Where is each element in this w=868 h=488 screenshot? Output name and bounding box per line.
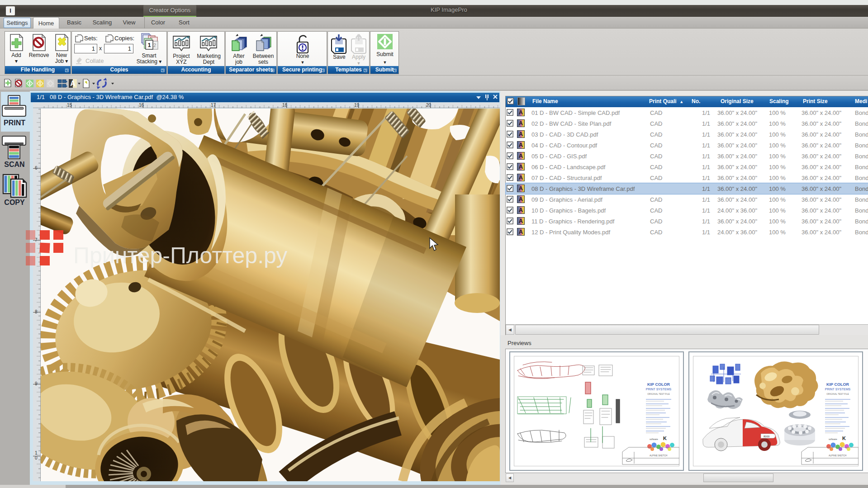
svg-text:A: A <box>70 80 76 87</box>
svg-text:software: software <box>829 438 837 441</box>
svg-text:A: A <box>519 207 523 213</box>
svg-text:ALPINE SKETCH: ALPINE SKETCH <box>650 454 668 457</box>
svg-text:A: A <box>519 228 523 235</box>
svg-text:A: A <box>519 142 523 148</box>
svg-text:PRINT SYSTEMS: PRINT SYSTEMS <box>646 388 672 391</box>
svg-text:A: A <box>519 152 523 159</box>
svg-text:KIP COLOR: KIP COLOR <box>826 382 849 387</box>
svg-text:A: A <box>519 131 523 137</box>
svg-text:PRINT: PRINT <box>4 119 25 127</box>
svg-text:1: 1 <box>147 42 151 48</box>
svg-text:K: K <box>663 436 667 441</box>
svg-text:9: 9 <box>35 381 38 386</box>
svg-text:A: A <box>519 196 523 203</box>
svg-text:COPY: COPY <box>4 199 25 206</box>
svg-text:A: A <box>519 174 523 181</box>
svg-text:software: software <box>650 438 658 441</box>
svg-text:8: 8 <box>35 309 38 314</box>
svg-text:1: 1 <box>35 450 38 455</box>
svg-text:SCAN: SCAN <box>4 161 24 168</box>
svg-text:A: A <box>519 109 523 116</box>
svg-text:A: A <box>519 218 523 224</box>
svg-text:ORIGINAL TEST FILE: ORIGINAL TEST FILE <box>647 393 670 395</box>
svg-text:PRINT SYSTEMS: PRINT SYSTEMS <box>825 388 851 391</box>
svg-text:8000: 8000 <box>764 435 770 438</box>
svg-text:KIP COLOR: KIP COLOR <box>647 382 670 387</box>
svg-text:A: A <box>519 185 523 192</box>
svg-text:ALPINE SKETCH: ALPINE SKETCH <box>829 454 847 457</box>
svg-text:A: A <box>519 120 523 127</box>
svg-text:K: K <box>842 436 846 441</box>
svg-text:ORIGINAL TEST FILE: ORIGINAL TEST FILE <box>826 393 849 395</box>
svg-text:A: A <box>519 163 523 170</box>
svg-text:2: 2 <box>153 43 156 48</box>
svg-text:6: 6 <box>35 166 38 171</box>
